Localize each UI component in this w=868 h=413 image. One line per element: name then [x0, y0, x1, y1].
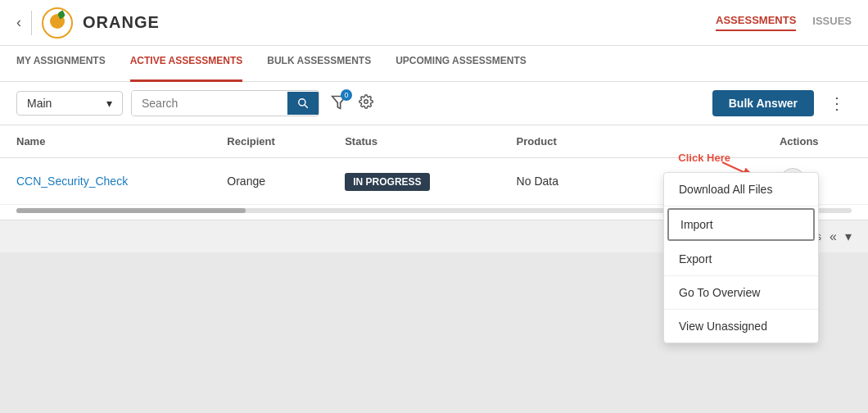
tab-active-assessments[interactable]: ACTIVE ASSESSMENTS	[130, 46, 243, 82]
logo-leaf	[57, 10, 66, 19]
dropdown-item-download-all-files[interactable]: Download All Files	[664, 173, 818, 206]
toolbar: Main ▾ 0 Bulk Answer ⋮	[0, 82, 868, 125]
header-divider	[31, 11, 32, 35]
main-select[interactable]: Main ▾	[16, 91, 123, 116]
dropdown-item-view-unassigned[interactable]: View Unassigned	[664, 310, 818, 343]
table-header-row: Name Recipient Status Product Actions	[0, 125, 868, 158]
dropdown-item-go-to-overview[interactable]: Go To Overview	[664, 276, 818, 310]
cell-recipient: Orange	[210, 158, 328, 205]
tab-my-assignments[interactable]: MY ASSIGNMENTS	[16, 46, 106, 82]
cell-status: IN PROGRESS	[328, 158, 500, 205]
logo-icon	[42, 7, 73, 39]
col-actions: Actions	[763, 125, 868, 158]
svg-line-1	[305, 105, 308, 108]
pagination-dropdown-button[interactable]: ▾	[845, 229, 852, 244]
filter-button[interactable]: 0	[328, 91, 350, 116]
scrollbar-thumb	[16, 208, 246, 213]
search-button[interactable]	[287, 92, 319, 115]
col-recipient: Recipient	[210, 125, 328, 158]
back-button[interactable]: ‹	[16, 14, 21, 31]
svg-point-0	[299, 99, 305, 106]
pagination-prev-button[interactable]: «	[830, 229, 837, 244]
header-right: ASSESSMENTS ISSUES	[716, 14, 852, 31]
tab-bar: MY ASSIGNMENTS ACTIVE ASSESSMENTS BULK A…	[0, 46, 868, 82]
dropdown-item-export[interactable]: Export	[664, 243, 818, 276]
gear-icon[interactable]	[359, 94, 373, 112]
search-box	[131, 90, 319, 116]
dropdown-item-import[interactable]: Import	[667, 208, 815, 241]
col-name: Name	[0, 125, 210, 158]
assessment-link[interactable]: CCN_Security_Check	[16, 175, 128, 188]
bulk-answer-button[interactable]: Bulk Answer	[712, 90, 814, 116]
col-status: Status	[328, 125, 500, 158]
tab-upcoming-assessments[interactable]: UPCOMING ASSESSMENTS	[396, 46, 527, 82]
cell-name: CCN_Security_Check	[0, 158, 210, 205]
nav-assessments[interactable]: ASSESSMENTS	[716, 14, 796, 31]
nav-issues[interactable]: ISSUES	[812, 15, 852, 30]
toolbar-more-button[interactable]: ⋮	[822, 90, 852, 116]
actions-dropdown-menu: Download All Files Import Export Go To O…	[663, 172, 819, 343]
tab-bulk-assessments[interactable]: BULK ASSESSMENTS	[267, 46, 371, 82]
product-value: No Data	[517, 175, 558, 188]
app-header: ‹ ORANGE ASSESSMENTS ISSUES	[0, 0, 868, 46]
brand-name: ORANGE	[83, 13, 160, 32]
svg-point-3	[364, 100, 368, 104]
header-left: ‹ ORANGE	[16, 7, 160, 39]
select-chevron: ▾	[106, 97, 112, 110]
status-badge: IN PROGRESS	[345, 173, 429, 191]
search-icon	[297, 98, 309, 109]
select-value: Main	[27, 97, 52, 110]
search-input[interactable]	[132, 91, 287, 116]
filter-badge: 0	[341, 89, 352, 101]
